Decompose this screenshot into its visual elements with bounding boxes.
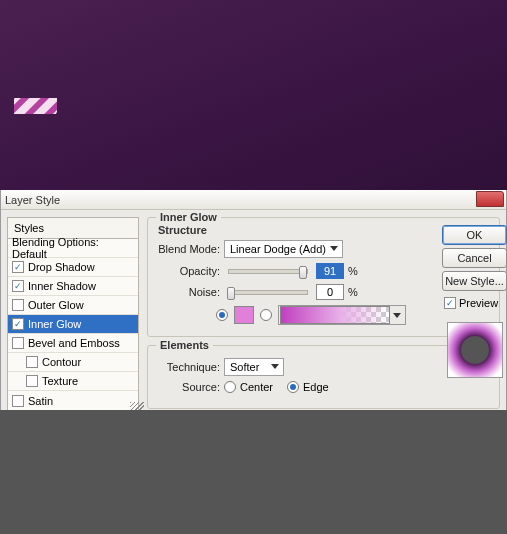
noise-slider[interactable] (228, 290, 308, 295)
source-center-label: Center (240, 381, 273, 393)
close-button[interactable] (476, 191, 504, 207)
opacity-slider[interactable] (228, 269, 308, 274)
noise-label: Noise: (158, 286, 220, 298)
preview-thumbnail (447, 322, 503, 378)
opacity-unit: % (348, 265, 358, 277)
blending-options-row[interactable]: Blending Options: Default (8, 239, 138, 258)
style-row-contour[interactable]: Contour (8, 353, 138, 372)
color-radio[interactable] (216, 309, 228, 321)
elements-heading: Elements (156, 339, 213, 351)
style-row-label: Outer Glow (28, 299, 84, 311)
checkbox-icon: ✓ (444, 297, 456, 309)
canvas-artwork: graphy (0, 0, 507, 190)
style-row-label: Drop Shadow (28, 261, 95, 273)
style-row-bevel-and-emboss[interactable]: Bevel and Emboss (8, 334, 138, 353)
opacity-label: Opacity: (158, 265, 220, 277)
checkbox-icon[interactable] (12, 395, 24, 407)
gradient-picker[interactable] (278, 305, 406, 325)
style-row-label: Bevel and Emboss (28, 337, 120, 349)
source-edge-radio[interactable] (287, 381, 299, 393)
source-center-radio[interactable] (224, 381, 236, 393)
blend-mode-dropdown[interactable]: Linear Dodge (Add) (224, 240, 343, 258)
blend-mode-label: Blend Mode: (158, 243, 220, 255)
style-row-label: Satin (28, 395, 53, 407)
dialog-buttons: OK Cancel New Style... ✓ Preview (442, 217, 507, 378)
styles-column: Styles Blending Options: Default ✓Drop S… (7, 217, 139, 410)
preview-checkbox-row[interactable]: ✓ Preview (442, 297, 507, 309)
noise-field[interactable]: 0 (316, 284, 344, 300)
checkbox-icon[interactable] (26, 375, 38, 387)
opacity-field[interactable]: 91 (316, 263, 344, 279)
gradient-radio[interactable] (260, 309, 272, 321)
checkbox-icon[interactable]: ✓ (12, 261, 24, 273)
style-row-inner-glow[interactable]: ✓Inner Glow (8, 315, 138, 334)
dialog-title: Layer Style (5, 194, 60, 206)
layer-style-dialog: Layer Style Styles Blending Options: Def… (0, 190, 507, 411)
style-row-texture[interactable]: Texture (8, 372, 138, 391)
checkbox-icon[interactable]: ✓ (12, 280, 24, 292)
new-style-button[interactable]: New Style... (442, 271, 507, 291)
document-canvas: graphy (0, 0, 507, 190)
checkbox-icon[interactable] (12, 299, 24, 311)
style-row-label: Inner Shadow (28, 280, 96, 292)
cancel-button[interactable]: Cancel (442, 248, 507, 268)
cutoff-region (0, 410, 507, 534)
style-row-label: Contour (42, 356, 81, 368)
styles-list: Blending Options: Default ✓Drop Shadow✓I… (7, 239, 139, 411)
style-row-label: Texture (42, 375, 78, 387)
source-edge-label: Edge (303, 381, 329, 393)
style-row-inner-shadow[interactable]: ✓Inner Shadow (8, 277, 138, 296)
style-row-label: Inner Glow (28, 318, 81, 330)
style-row-outer-glow[interactable]: Outer Glow (8, 296, 138, 315)
technique-label: Technique: (158, 361, 220, 373)
structure-heading: Structure (158, 224, 489, 236)
technique-dropdown[interactable]: Softer (224, 358, 284, 376)
color-swatch[interactable] (234, 306, 254, 324)
chevron-down-icon[interactable] (390, 313, 404, 318)
gradient-preview (280, 306, 390, 324)
svg-text:graphy: graphy (18, 100, 53, 112)
checkbox-icon[interactable] (26, 356, 38, 368)
style-row-drop-shadow[interactable]: ✓Drop Shadow (8, 258, 138, 277)
dialog-titlebar[interactable]: Layer Style (1, 190, 506, 210)
source-label: Source: (158, 381, 220, 393)
chevron-down-icon (271, 364, 279, 369)
checkbox-icon[interactable] (12, 337, 24, 349)
noise-unit: % (348, 286, 358, 298)
preview-label: Preview (459, 297, 498, 309)
chevron-down-icon (330, 246, 338, 251)
panel-title: Inner Glow (156, 211, 221, 223)
style-row-satin[interactable]: Satin (8, 391, 138, 410)
checkbox-icon[interactable]: ✓ (12, 318, 24, 330)
ok-button[interactable]: OK (442, 225, 507, 245)
